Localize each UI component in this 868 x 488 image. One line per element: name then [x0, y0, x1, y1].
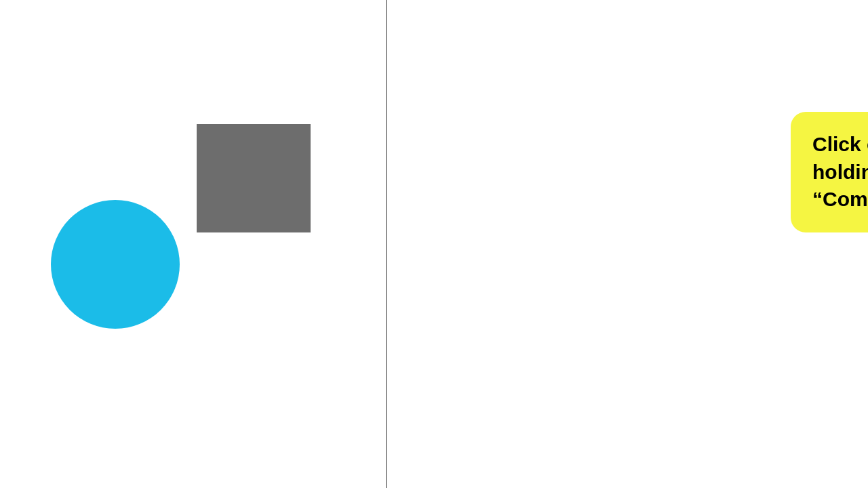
right-area: Click on the layers by holding the “Ctrl…	[387, 0, 868, 488]
instruction-tooltip: Click on the layers by holding the “Ctrl…	[791, 112, 868, 232]
blue-circle-shape	[51, 200, 180, 329]
gray-rectangle-shape	[197, 124, 311, 232]
canvas-left	[0, 0, 387, 488]
tooltip-text: Click on the layers by holding the “Ctrl…	[812, 131, 868, 214]
